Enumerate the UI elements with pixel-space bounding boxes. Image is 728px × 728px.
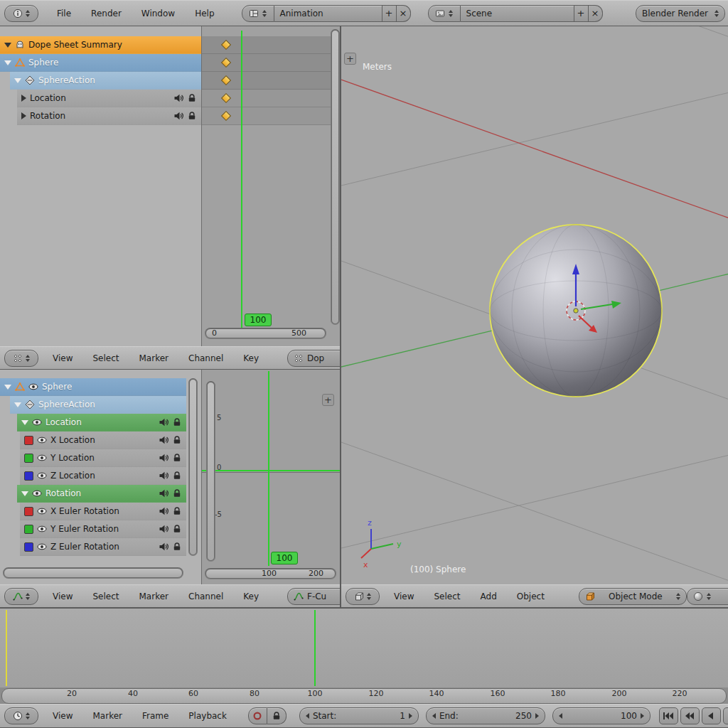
vertical-scrollbar[interactable] — [206, 381, 215, 562]
scrollbar-thumb[interactable] — [205, 328, 326, 338]
keyframe-marker-line[interactable] — [6, 610, 7, 686]
channel-x-euler-rotation[interactable]: X Euler Rotation — [20, 503, 186, 520]
channel-location[interactable]: Location — [17, 90, 201, 107]
channel-y-location[interactable]: Y Location — [20, 449, 186, 467]
decrement-arrow-icon[interactable] — [306, 713, 309, 719]
menu-help[interactable]: Help — [185, 9, 224, 18]
menu-select[interactable]: Select — [424, 592, 470, 601]
lock-icon[interactable] — [172, 488, 182, 498]
channel-group-location[interactable]: Location — [17, 414, 186, 432]
menu-key[interactable]: Key — [233, 353, 269, 363]
menu-add[interactable]: Add — [471, 592, 507, 601]
channel-y-euler-rotation[interactable]: Y Euler Rotation — [20, 520, 186, 538]
viewport-shading-select[interactable] — [687, 588, 728, 605]
dope-keyframe-area[interactable]: 100 0 500 — [201, 26, 340, 346]
vertical-scrollbar[interactable] — [188, 378, 198, 556]
eye-icon[interactable] — [32, 488, 42, 498]
scrollbar-thumb[interactable] — [331, 30, 339, 324]
scene-browse-button[interactable] — [428, 5, 461, 22]
chevron-right-icon[interactable] — [21, 95, 26, 102]
fcurve-line[interactable] — [202, 470, 340, 471]
dope-mode-select[interactable]: Dop — [287, 350, 340, 367]
channel-group-rotation[interactable]: Rotation — [17, 485, 186, 503]
menu-window[interactable]: Window — [132, 9, 185, 18]
current-frame-line[interactable] — [268, 371, 269, 566]
chevron-down-icon[interactable] — [14, 402, 21, 407]
chevron-down-icon[interactable] — [4, 43, 11, 48]
mute-speaker-icon[interactable] — [173, 93, 183, 103]
menu-file[interactable]: File — [47, 9, 81, 18]
region-expand-button[interactable]: + — [322, 394, 334, 406]
graph-mode-select[interactable]: F-Cu — [287, 588, 340, 605]
start-frame-field[interactable]: Start: 1 — [299, 707, 419, 724]
menu-view[interactable]: View — [43, 353, 82, 363]
lock-icon[interactable] — [172, 471, 182, 481]
chevron-down-icon[interactable] — [14, 78, 21, 83]
scrollbar-thumb[interactable] — [189, 379, 197, 555]
autokey-lock-button[interactable] — [267, 707, 287, 724]
mode-select[interactable]: Object Mode — [579, 588, 687, 605]
channel-sphere[interactable]: Sphere — [0, 378, 186, 396]
channel-sphereaction[interactable]: SphereAction — [10, 72, 201, 90]
menu-channel[interactable]: Channel — [178, 592, 233, 601]
end-frame-field[interactable]: End: 250 — [426, 707, 545, 724]
add-scene-button[interactable]: + — [574, 5, 589, 22]
lock-icon[interactable] — [172, 435, 182, 445]
mute-speaker-icon[interactable] — [159, 488, 168, 498]
mute-speaker-icon[interactable] — [173, 111, 183, 121]
chevron-down-icon[interactable] — [4, 60, 11, 65]
chevron-down-icon[interactable] — [21, 420, 28, 425]
mute-speaker-icon[interactable] — [159, 506, 168, 516]
editor-type-button-3dview[interactable] — [346, 588, 380, 605]
delete-scene-button[interactable]: × — [589, 5, 603, 22]
channel-z-euler-rotation[interactable]: Z Euler Rotation — [20, 538, 186, 556]
lock-icon[interactable] — [187, 111, 197, 121]
mute-speaker-icon[interactable] — [159, 417, 168, 427]
chevron-down-icon[interactable] — [21, 491, 28, 496]
render-engine-select[interactable]: Blender Render — [636, 5, 725, 22]
menu-render[interactable]: Render — [81, 9, 132, 18]
menu-select[interactable]: Select — [82, 353, 129, 363]
chevron-down-icon[interactable] — [4, 385, 11, 390]
delete-screen-layout-button[interactable]: × — [397, 5, 411, 22]
mute-speaker-icon[interactable] — [159, 471, 168, 481]
editor-type-button-dope[interactable] — [4, 350, 38, 367]
horizontal-scrollbar[interactable]: 0 500 — [205, 328, 326, 339]
menu-view[interactable]: View — [43, 592, 82, 601]
menu-playback[interactable]: Playback — [178, 711, 237, 721]
lock-icon[interactable] — [172, 524, 182, 534]
eye-icon[interactable] — [37, 524, 47, 534]
lock-icon[interactable] — [172, 542, 182, 552]
eye-icon[interactable] — [37, 542, 47, 552]
eye-icon[interactable] — [37, 435, 47, 445]
editor-type-button-timeline[interactable] — [4, 707, 38, 724]
decrement-arrow-icon[interactable] — [432, 713, 436, 719]
menu-frame[interactable]: Frame — [132, 711, 178, 721]
lock-icon[interactable] — [172, 417, 182, 427]
menu-marker[interactable]: Marker — [129, 353, 178, 363]
mute-speaker-icon[interactable] — [159, 524, 168, 534]
horizontal-scrollbar[interactable]: 100 200 — [205, 568, 336, 579]
jump-prev-keyframe-button[interactable] — [680, 707, 700, 724]
lock-icon[interactable] — [172, 506, 182, 516]
current-frame-line[interactable] — [241, 31, 242, 328]
record-autokey-button[interactable] — [248, 707, 267, 724]
eye-icon[interactable] — [32, 417, 42, 427]
channel-dope-sheet-summary[interactable]: Dope Sheet Summary — [0, 36, 201, 54]
timeline-ruler[interactable]: 20 40 60 80 100 120 140 160 180 200 220 — [0, 687, 728, 705]
mute-speaker-icon[interactable] — [159, 453, 168, 463]
menu-view[interactable]: View — [384, 592, 424, 601]
jump-to-start-button[interactable] — [659, 707, 678, 724]
screen-layout-browse-button[interactable] — [242, 5, 274, 22]
channel-z-location[interactable]: Z Location — [20, 467, 186, 485]
current-frame-line[interactable] — [314, 610, 316, 686]
current-frame-field[interactable]: 100 — [552, 707, 651, 724]
play-button[interactable] — [723, 707, 728, 724]
menu-key[interactable]: Key — [233, 592, 269, 601]
channel-x-location[interactable]: X Location — [20, 432, 186, 449]
editor-type-button-info[interactable] — [4, 5, 38, 22]
channel-sphere[interactable]: Sphere — [0, 54, 201, 72]
menu-object[interactable]: Object — [507, 592, 555, 601]
increment-arrow-icon[interactable] — [535, 713, 539, 719]
add-screen-layout-button[interactable]: + — [382, 5, 397, 22]
